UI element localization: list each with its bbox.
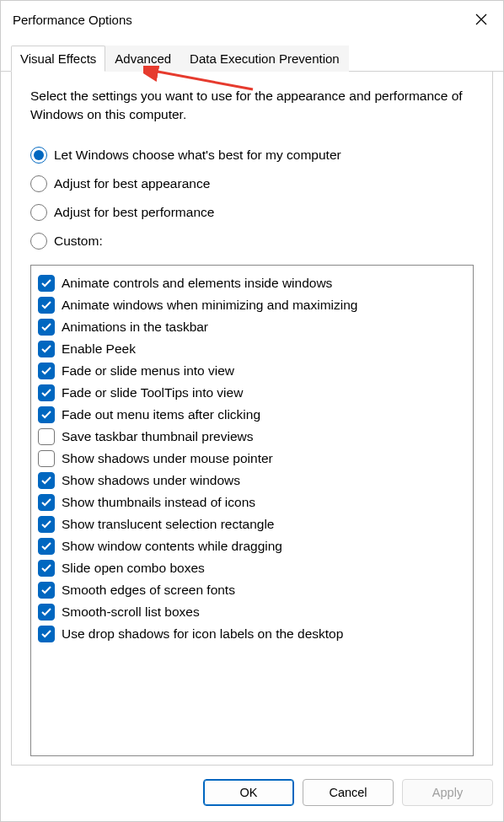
check-label: Show window contents while dragging [62,539,282,554]
radio-option-1[interactable]: Adjust for best appearance [30,175,474,192]
tab-content-visual-effects: Select the settings you want to use for … [11,72,493,766]
check-label: Animate windows when minimizing and maxi… [62,298,357,313]
checkbox-icon [38,604,55,621]
check-label: Save taskbar thumbnail previews [62,429,253,444]
checkbox-icon [38,538,55,555]
apply-button: Apply [402,779,493,806]
tab-bar: Visual EffectsAdvancedData Execution Pre… [1,45,503,72]
check-option-11[interactable]: Show translucent selection rectangle [38,513,466,535]
checkbox-icon [38,341,55,357]
radio-option-3[interactable]: Custom: [30,233,474,250]
check-label: Fade or slide menus into view [62,363,234,379]
check-option-4[interactable]: Fade or slide menus into view [38,360,466,382]
check-option-12[interactable]: Show window contents while dragging [38,535,466,557]
tab-data-execution-prevention[interactable]: Data Execution Prevention [180,46,349,72]
check-option-3[interactable]: Enable Peek [38,338,466,360]
checkbox-icon [38,450,55,467]
check-option-10[interactable]: Show thumbnails instead of icons [38,492,466,513]
cancel-button[interactable]: Cancel [303,779,394,806]
check-option-1[interactable]: Animate windows when minimizing and maxi… [38,294,466,316]
intro-text: Select the settings you want to use for … [30,87,474,125]
radio-label: Let Windows choose what's best for my co… [54,148,341,163]
checkbox-icon [38,319,55,336]
checkbox-icon [38,494,55,511]
check-option-13[interactable]: Slide open combo boxes [38,557,466,579]
radio-icon [30,233,47,250]
check-label: Use drop shadows for icon labels on the … [62,626,343,642]
check-label: Show thumbnails instead of icons [62,495,255,510]
check-label: Animate controls and elements inside win… [62,276,332,291]
check-option-15[interactable]: Smooth-scroll list boxes [38,601,466,623]
check-option-9[interactable]: Show shadows under windows [38,470,466,492]
radio-option-2[interactable]: Adjust for best performance [30,204,474,221]
tab-visual-effects[interactable]: Visual Effects [11,46,105,72]
check-option-14[interactable]: Smooth edges of screen fonts [38,579,466,601]
performance-options-dialog: Performance Options Visual EffectsAdvanc… [0,0,504,822]
check-label: Fade out menu items after clicking [62,407,260,422]
check-label: Slide open combo boxes [62,561,205,576]
check-label: Smooth-scroll list boxes [62,604,200,620]
check-label: Show shadows under mouse pointer [62,451,273,466]
dialog-footer: OK Cancel Apply [1,766,503,821]
check-option-16[interactable]: Use drop shadows for icon labels on the … [38,623,466,645]
radio-option-0[interactable]: Let Windows choose what's best for my co… [30,147,474,164]
checkbox-icon [38,275,55,292]
check-option-7[interactable]: Save taskbar thumbnail previews [38,426,466,448]
close-icon [475,13,487,25]
check-label: Show shadows under windows [62,473,240,488]
check-option-0[interactable]: Animate controls and elements inside win… [38,272,466,294]
radio-label: Adjust for best appearance [54,176,210,191]
check-label: Show translucent selection rectangle [62,517,274,532]
performance-mode-radio-group: Let Windows choose what's best for my co… [30,147,474,250]
radio-label: Adjust for best performance [54,205,214,220]
checkbox-icon [38,560,55,577]
checkbox-icon [38,582,55,599]
checkbox-icon [38,626,55,642]
radio-icon [30,147,47,164]
visual-effects-checklist[interactable]: Animate controls and elements inside win… [30,265,474,756]
ok-button[interactable]: OK [203,779,294,806]
check-label: Enable Peek [62,341,136,357]
close-button[interactable] [471,9,491,30]
check-label: Smooth edges of screen fonts [62,583,235,598]
checkbox-icon [38,384,55,401]
checkbox-icon [38,516,55,533]
titlebar: Performance Options [1,1,503,38]
checkbox-icon [38,363,55,379]
checkbox-icon [38,428,55,445]
tab-advanced[interactable]: Advanced [105,46,180,72]
check-option-5[interactable]: Fade or slide ToolTips into view [38,382,466,404]
check-option-2[interactable]: Animations in the taskbar [38,316,466,338]
check-option-6[interactable]: Fade out menu items after clicking [38,404,466,426]
window-title: Performance Options [13,13,132,27]
radio-label: Custom: [54,234,103,249]
check-option-8[interactable]: Show shadows under mouse pointer [38,448,466,470]
check-label: Animations in the taskbar [62,320,208,335]
checkbox-icon [38,406,55,423]
checkbox-icon [38,297,55,314]
check-label: Fade or slide ToolTips into view [62,385,243,400]
checkbox-icon [38,472,55,489]
radio-icon [30,204,47,221]
radio-icon [30,175,47,192]
